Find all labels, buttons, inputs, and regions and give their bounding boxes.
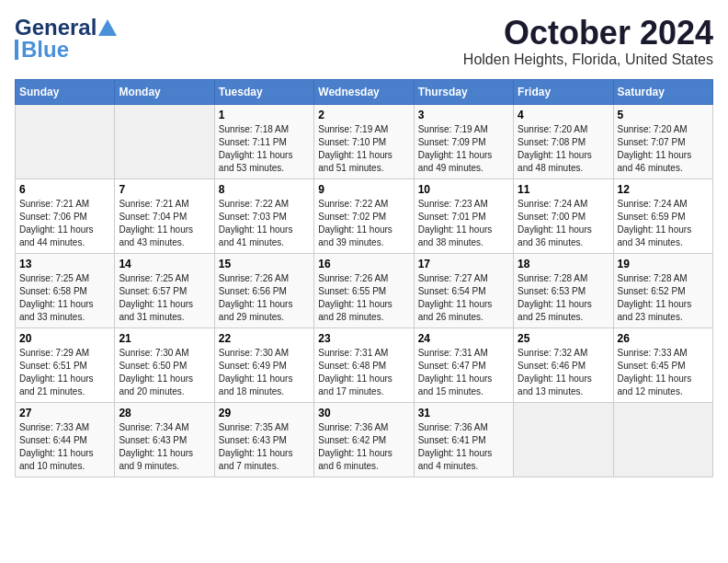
calendar-cell	[613, 402, 712, 477]
day-number: 20	[19, 332, 110, 345]
day-info: Sunrise: 7:24 AM Sunset: 7:00 PM Dayligh…	[518, 198, 609, 249]
day-info: Sunrise: 7:22 AM Sunset: 7:03 PM Dayligh…	[219, 198, 310, 249]
calendar-cell: 2Sunrise: 7:19 AM Sunset: 7:10 PM Daylig…	[314, 104, 414, 178]
day-number: 24	[418, 332, 509, 345]
weekday-header-friday: Friday	[514, 79, 613, 104]
day-number: 4	[518, 109, 609, 121]
day-number: 2	[318, 109, 409, 121]
calendar-cell: 29Sunrise: 7:35 AM Sunset: 6:43 PM Dayli…	[214, 402, 313, 477]
day-number: 18	[518, 258, 609, 270]
day-info: Sunrise: 7:27 AM Sunset: 6:54 PM Dayligh…	[418, 272, 509, 324]
day-number: 9	[318, 183, 409, 196]
calendar-week-row: 1Sunrise: 7:18 AM Sunset: 7:11 PM Daylig…	[16, 104, 713, 178]
day-info: Sunrise: 7:26 AM Sunset: 6:55 PM Dayligh…	[318, 272, 409, 324]
day-number: 16	[318, 258, 409, 270]
calendar-cell: 15Sunrise: 7:26 AM Sunset: 6:56 PM Dayli…	[214, 253, 313, 327]
day-info: Sunrise: 7:29 AM Sunset: 6:51 PM Dayligh…	[19, 347, 110, 398]
calendar-week-row: 6Sunrise: 7:21 AM Sunset: 7:06 PM Daylig…	[16, 178, 713, 253]
day-info: Sunrise: 7:23 AM Sunset: 7:01 PM Dayligh…	[418, 198, 509, 249]
calendar-cell: 5Sunrise: 7:20 AM Sunset: 7:07 PM Daylig…	[613, 104, 712, 178]
day-info: Sunrise: 7:36 AM Sunset: 6:42 PM Dayligh…	[318, 421, 409, 473]
day-info: Sunrise: 7:21 AM Sunset: 7:04 PM Dayligh…	[119, 198, 210, 249]
day-number: 8	[219, 183, 310, 196]
logo: General Blue	[15, 15, 117, 63]
calendar-cell: 7Sunrise: 7:21 AM Sunset: 7:04 PM Daylig…	[115, 178, 214, 253]
calendar-cell: 11Sunrise: 7:24 AM Sunset: 7:00 PM Dayli…	[514, 178, 613, 253]
day-info: Sunrise: 7:31 AM Sunset: 6:47 PM Dayligh…	[418, 347, 509, 398]
day-number: 5	[618, 109, 709, 121]
day-number: 21	[119, 332, 210, 345]
day-info: Sunrise: 7:34 AM Sunset: 6:43 PM Dayligh…	[119, 421, 210, 473]
day-info: Sunrise: 7:30 AM Sunset: 6:50 PM Dayligh…	[119, 347, 210, 398]
calendar-cell: 20Sunrise: 7:29 AM Sunset: 6:51 PM Dayli…	[16, 327, 115, 402]
calendar-cell: 22Sunrise: 7:30 AM Sunset: 6:49 PM Dayli…	[214, 327, 313, 402]
day-info: Sunrise: 7:19 AM Sunset: 7:09 PM Dayligh…	[418, 123, 509, 175]
day-number: 14	[119, 258, 210, 270]
calendar-cell: 13Sunrise: 7:25 AM Sunset: 6:58 PM Dayli…	[16, 253, 115, 327]
day-number: 17	[418, 258, 509, 270]
page-header: General Blue October 2024 Holden Heights…	[15, 15, 713, 68]
logo-blue-bar	[15, 40, 18, 60]
logo-text-blue: Blue	[21, 37, 69, 63]
day-info: Sunrise: 7:33 AM Sunset: 6:45 PM Dayligh…	[618, 347, 709, 398]
calendar-cell: 6Sunrise: 7:21 AM Sunset: 7:06 PM Daylig…	[16, 178, 115, 253]
day-number: 3	[418, 109, 509, 121]
logo-triangle-icon	[98, 17, 117, 38]
calendar-cell	[115, 104, 214, 178]
calendar-cell: 24Sunrise: 7:31 AM Sunset: 6:47 PM Dayli…	[414, 327, 513, 402]
weekday-header-monday: Monday	[115, 79, 214, 104]
calendar-week-row: 27Sunrise: 7:33 AM Sunset: 6:44 PM Dayli…	[16, 402, 713, 477]
calendar-cell: 28Sunrise: 7:34 AM Sunset: 6:43 PM Dayli…	[115, 402, 214, 477]
calendar-cell: 9Sunrise: 7:22 AM Sunset: 7:02 PM Daylig…	[314, 178, 414, 253]
day-number: 29	[219, 407, 310, 419]
day-number: 30	[318, 407, 409, 419]
day-number: 7	[119, 183, 210, 196]
calendar-week-row: 20Sunrise: 7:29 AM Sunset: 6:51 PM Dayli…	[16, 327, 713, 402]
day-info: Sunrise: 7:22 AM Sunset: 7:02 PM Dayligh…	[318, 198, 409, 249]
calendar-cell	[514, 402, 613, 477]
calendar-cell: 26Sunrise: 7:33 AM Sunset: 6:45 PM Dayli…	[613, 327, 712, 402]
page-subtitle: Holden Heights, Florida, United States	[463, 52, 713, 68]
calendar-cell: 10Sunrise: 7:23 AM Sunset: 7:01 PM Dayli…	[414, 178, 513, 253]
calendar-table: SundayMondayTuesdayWednesdayThursdayFrid…	[15, 79, 713, 477]
day-number: 11	[518, 183, 609, 196]
day-number: 19	[618, 258, 709, 270]
svg-marker-0	[98, 19, 117, 36]
day-number: 31	[418, 407, 509, 419]
calendar-header: SundayMondayTuesdayWednesdayThursdayFrid…	[16, 79, 713, 104]
day-info: Sunrise: 7:30 AM Sunset: 6:49 PM Dayligh…	[219, 347, 310, 398]
calendar-cell: 4Sunrise: 7:20 AM Sunset: 7:08 PM Daylig…	[514, 104, 613, 178]
weekday-header-wednesday: Wednesday	[314, 79, 414, 104]
page-title: October 2024	[463, 15, 713, 52]
day-info: Sunrise: 7:18 AM Sunset: 7:11 PM Dayligh…	[219, 123, 310, 175]
day-info: Sunrise: 7:26 AM Sunset: 6:56 PM Dayligh…	[219, 272, 310, 324]
day-number: 28	[119, 407, 210, 419]
day-number: 25	[518, 332, 609, 345]
day-info: Sunrise: 7:19 AM Sunset: 7:10 PM Dayligh…	[318, 123, 409, 175]
calendar-body: 1Sunrise: 7:18 AM Sunset: 7:11 PM Daylig…	[16, 104, 713, 477]
weekday-header-tuesday: Tuesday	[214, 79, 313, 104]
calendar-cell: 30Sunrise: 7:36 AM Sunset: 6:42 PM Dayli…	[314, 402, 414, 477]
calendar-cell: 12Sunrise: 7:24 AM Sunset: 6:59 PM Dayli…	[613, 178, 712, 253]
calendar-cell: 14Sunrise: 7:25 AM Sunset: 6:57 PM Dayli…	[115, 253, 214, 327]
day-info: Sunrise: 7:20 AM Sunset: 7:08 PM Dayligh…	[518, 123, 609, 175]
calendar-cell: 17Sunrise: 7:27 AM Sunset: 6:54 PM Dayli…	[414, 253, 513, 327]
day-info: Sunrise: 7:28 AM Sunset: 6:52 PM Dayligh…	[618, 272, 709, 324]
calendar-cell: 31Sunrise: 7:36 AM Sunset: 6:41 PM Dayli…	[414, 402, 513, 477]
calendar-cell: 3Sunrise: 7:19 AM Sunset: 7:09 PM Daylig…	[414, 104, 513, 178]
day-number: 23	[318, 332, 409, 345]
calendar-cell: 21Sunrise: 7:30 AM Sunset: 6:50 PM Dayli…	[115, 327, 214, 402]
weekday-header-saturday: Saturday	[613, 79, 712, 104]
day-info: Sunrise: 7:25 AM Sunset: 6:58 PM Dayligh…	[19, 272, 110, 324]
day-info: Sunrise: 7:33 AM Sunset: 6:44 PM Dayligh…	[19, 421, 110, 473]
title-block: October 2024 Holden Heights, Florida, Un…	[463, 15, 713, 68]
day-info: Sunrise: 7:35 AM Sunset: 6:43 PM Dayligh…	[219, 421, 310, 473]
weekday-header-row: SundayMondayTuesdayWednesdayThursdayFrid…	[16, 79, 713, 104]
calendar-cell: 18Sunrise: 7:28 AM Sunset: 6:53 PM Dayli…	[514, 253, 613, 327]
day-info: Sunrise: 7:25 AM Sunset: 6:57 PM Dayligh…	[119, 272, 210, 324]
calendar-cell: 23Sunrise: 7:31 AM Sunset: 6:48 PM Dayli…	[314, 327, 414, 402]
calendar-cell: 8Sunrise: 7:22 AM Sunset: 7:03 PM Daylig…	[214, 178, 313, 253]
calendar-cell: 27Sunrise: 7:33 AM Sunset: 6:44 PM Dayli…	[16, 402, 115, 477]
weekday-header-sunday: Sunday	[16, 79, 115, 104]
calendar-cell: 16Sunrise: 7:26 AM Sunset: 6:55 PM Dayli…	[314, 253, 414, 327]
